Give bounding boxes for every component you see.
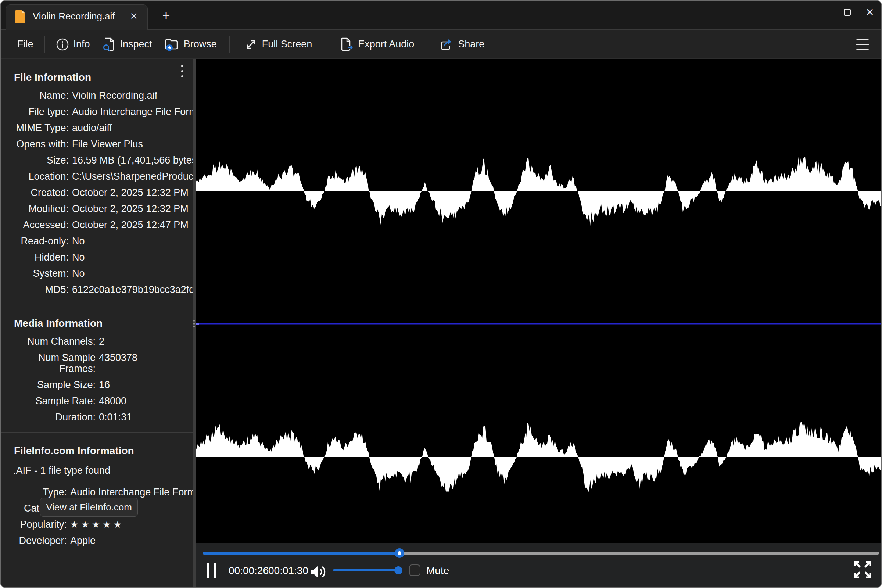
share-label: Share — [458, 39, 484, 50]
info-icon — [56, 38, 69, 51]
browse-label: Browse — [184, 39, 217, 50]
full-screen-button[interactable]: Full Screen — [244, 38, 312, 51]
export-audio-label: Export Audio — [358, 39, 414, 50]
section-title-file-information: File Information — [1, 59, 193, 85]
info-row: Hidden:No — [1, 252, 193, 263]
toolbar: File Info Inspect — [1, 30, 881, 59]
info-row: MIME Type:audio/aiff — [1, 122, 193, 134]
info-label: Info — [74, 39, 90, 50]
mute-label: Mute — [426, 565, 449, 577]
pause-button[interactable] — [206, 562, 223, 579]
current-time: 00:00:26 — [229, 565, 268, 577]
app-window: Violin Recording.aif ✕ + ✕ File Info — [0, 0, 882, 588]
mute-checkbox[interactable] — [409, 564, 420, 576]
tab-violin-recording[interactable]: Violin Recording.aif ✕ — [6, 4, 148, 30]
splitter-grip-icon — [193, 320, 195, 327]
export-audio-button[interactable]: Export Audio — [340, 38, 414, 51]
volume-thumb[interactable] — [394, 566, 402, 574]
menu-file-label: File — [17, 39, 33, 50]
info-row: Sample Size:16 — [1, 379, 193, 390]
inspect-button[interactable]: Inspect — [102, 38, 152, 51]
info-row: Type:Audio Interchange File Format — [1, 487, 193, 498]
maximize-icon — [844, 9, 851, 16]
tab-close-icon[interactable]: ✕ — [127, 10, 141, 23]
maximize-button[interactable] — [836, 1, 858, 24]
waveform-channel-left — [195, 157, 882, 226]
new-tab-button[interactable]: + — [156, 8, 176, 24]
media-information-rows: Num Channels:2 Num Sample Frames:4350378… — [1, 336, 193, 423]
popularity-stars: ★★★★★ — [70, 519, 124, 530]
total-time: 00:01:30 — [268, 565, 308, 577]
info-row: Developer:Apple — [1, 535, 193, 546]
toolbar-separator — [45, 36, 45, 53]
menu-file[interactable]: File — [17, 39, 33, 50]
info-row: Opens with:File Viewer Plus — [1, 138, 193, 150]
export-audio-icon — [340, 38, 354, 51]
minimize-button[interactable] — [813, 1, 836, 24]
share-button[interactable]: Share — [440, 38, 484, 51]
toolbar-separator — [426, 36, 426, 53]
menu-hamburger-button[interactable] — [856, 38, 869, 51]
toolbar-separator — [324, 36, 325, 53]
seek-bar[interactable] — [203, 548, 879, 558]
info-row: Num Channels:2 — [1, 336, 193, 347]
full-screen-label: Full Screen — [262, 39, 312, 50]
cursor-tick — [195, 323, 199, 325]
inspect-label: Inspect — [120, 39, 152, 50]
minimize-icon — [820, 12, 828, 12]
inspect-icon — [102, 38, 116, 51]
info-row: Duration:0:01:31 — [1, 412, 193, 423]
tab-title: Violin Recording.aif — [33, 10, 127, 22]
info-row: MD5:6122c0a1e379b19bcc3a2fd1... — [1, 284, 193, 295]
player-bar: 00:00:26 00:01:30 Mute — [195, 543, 882, 588]
section-title-media-information: Media Information — [1, 305, 193, 331]
fileinfo-subtitle: .AIF - 1 file type found — [1, 458, 193, 476]
sidebar-kebab-menu[interactable] — [176, 65, 188, 87]
info-button[interactable]: Info — [56, 38, 90, 51]
info-row: Location:C:\Users\SharpenedProducti... — [1, 171, 193, 182]
window-controls: ✕ — [813, 1, 881, 24]
info-sidebar: File Information Name:Violin Recording.a… — [1, 59, 193, 588]
fullscreen-button[interactable] — [852, 559, 873, 580]
channel-separator-line — [195, 323, 882, 324]
info-row: Sample Rate:48000 — [1, 395, 193, 406]
info-row: Popularity:★★★★★ — [1, 519, 193, 530]
share-icon — [440, 38, 453, 51]
close-button[interactable]: ✕ — [858, 1, 881, 24]
browse-icon — [165, 38, 179, 51]
waveform-display[interactable] — [195, 59, 882, 543]
file-information-rows: Name:Violin Recording.aif File type:Audi… — [1, 90, 193, 295]
volume-slider[interactable] — [333, 569, 399, 572]
info-row: Modified:October 2, 2025 12:32 PM — [1, 203, 193, 214]
info-row: Created:October 2, 2025 12:32 PM — [1, 187, 193, 198]
browse-button[interactable]: Browse — [165, 38, 217, 51]
info-row: Read-only:No — [1, 236, 193, 247]
section-title-fileinfo-information: FileInfo.com Information — [1, 432, 193, 458]
info-row: System:No — [1, 268, 193, 279]
document-icon — [15, 9, 26, 23]
info-row: Num Sample Frames:4350378 — [1, 352, 193, 374]
seek-thumb[interactable] — [395, 548, 404, 558]
seek-progress-fill — [203, 552, 399, 555]
sidebar-splitter[interactable] — [193, 59, 195, 588]
info-row: File type:Audio Interchange File Form... — [1, 106, 193, 117]
info-row: Size:16.59 MB (17,401,566 bytes) — [1, 155, 193, 166]
full-screen-icon — [244, 38, 258, 51]
tab-bar: Violin Recording.aif ✕ + ✕ — [1, 1, 881, 30]
info-row: Name:Violin Recording.aif — [1, 90, 193, 101]
speaker-icon[interactable] — [309, 564, 328, 580]
close-icon: ✕ — [866, 6, 874, 18]
view-at-fileinfo-button[interactable]: View at FileInfo.com — [40, 498, 138, 517]
waveform-channel-right — [195, 422, 882, 492]
info-row: Accessed:October 2, 2025 12:47 PM — [1, 219, 193, 230]
